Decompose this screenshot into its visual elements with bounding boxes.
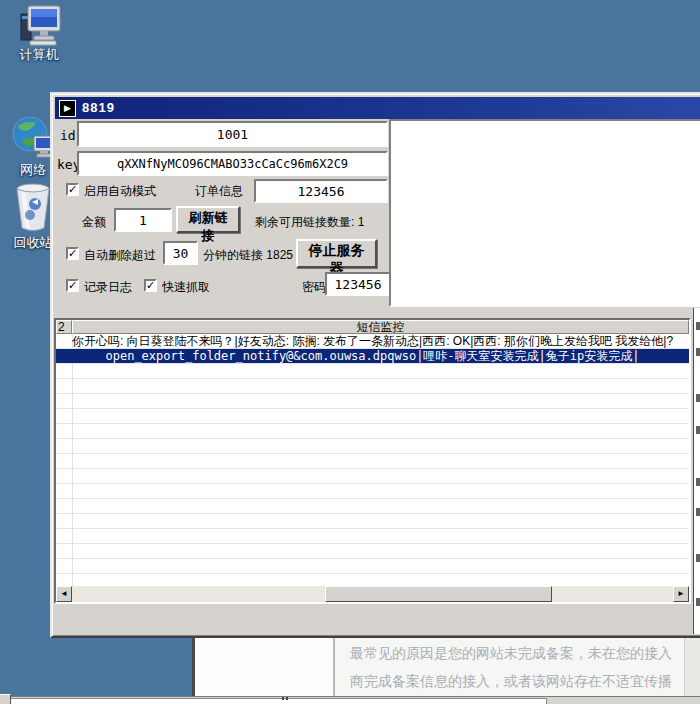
minutes-input[interactable] bbox=[163, 241, 198, 265]
listview-header-col1[interactable]: 2 bbox=[56, 320, 72, 334]
app-window: ▶ 8819 id key ✓ 启用自动模式 订单信息 金额 刷新链接 剩余可用… bbox=[50, 92, 700, 638]
amount-label: 金额 bbox=[82, 214, 106, 231]
id-label: id bbox=[60, 128, 76, 143]
background-page-content: 最常见的原因是您的网站未完成备案，未在您的接入 商完成备案信息的接入，或者该网站… bbox=[333, 634, 686, 696]
list-row[interactable]: 你开心吗: 向日葵登陆不来吗？|好友动态: 陈搁: 发布了一条新动态|西西: O… bbox=[56, 334, 689, 349]
titlebar[interactable]: ▶ 8819 bbox=[55, 97, 700, 119]
horizontal-scrollbar[interactable]: ◄ ► bbox=[56, 586, 689, 602]
page-scrollbar[interactable] bbox=[684, 634, 700, 696]
remaining-links-label: 剩余可用链接数量: 1 bbox=[255, 214, 364, 231]
bottom-window-field bbox=[10, 698, 547, 704]
window-title: 8819 bbox=[82, 97, 115, 119]
clipped-glyph-fragment bbox=[696, 322, 700, 330]
list-row-empty[interactable] bbox=[56, 469, 689, 484]
list-row-empty[interactable] bbox=[56, 484, 689, 499]
order-info-label: 订单信息 bbox=[195, 183, 243, 200]
clipped-window-edge bbox=[693, 308, 700, 634]
list-row-empty[interactable] bbox=[56, 514, 689, 529]
scrollbar-thumb[interactable] bbox=[325, 586, 552, 602]
page-text-line2: 商完成备案信息的接入，或者该网站存在不适宜传播 bbox=[350, 673, 672, 691]
computer-icon bbox=[18, 4, 62, 46]
list-row-empty[interactable] bbox=[56, 529, 689, 544]
key-input[interactable] bbox=[77, 151, 388, 176]
refresh-link-button[interactable]: 刷新链接 bbox=[176, 206, 240, 233]
amount-input[interactable] bbox=[114, 208, 172, 232]
order-info-input[interactable] bbox=[254, 179, 388, 203]
clipped-glyph-fragment bbox=[696, 598, 700, 606]
clipped-glyph-fragment bbox=[696, 394, 700, 402]
auto-mode-label: 启用自动模式 bbox=[84, 183, 156, 200]
desktop-icon-label: 计算机 bbox=[8, 46, 70, 64]
clipped-glyph-fragment bbox=[696, 348, 700, 356]
list-row-empty[interactable] bbox=[56, 394, 689, 409]
list-row-empty[interactable] bbox=[56, 439, 689, 454]
sms-monitor-listview[interactable]: 2 短信监控 你开心吗: 向日葵登陆不来吗？|好友动态: 陈搁: 发布了一条新动… bbox=[54, 318, 691, 604]
page-text-line1: 最常见的原因是您的网站未完成备案，未在您的接入 bbox=[350, 645, 672, 663]
clipped-glyph-fragment bbox=[696, 478, 700, 486]
listview-header: 2 短信监控 bbox=[56, 320, 689, 334]
password-input[interactable] bbox=[325, 272, 391, 296]
scroll-left-icon[interactable]: ◄ bbox=[56, 586, 72, 602]
clipped-glyph-fragment bbox=[696, 554, 700, 562]
bottom-left-corner-box bbox=[0, 694, 11, 704]
stop-server-button[interactable]: 停止服务器 bbox=[296, 239, 377, 268]
id-input[interactable] bbox=[77, 121, 388, 147]
output-panel[interactable] bbox=[389, 119, 700, 307]
scroll-right-icon[interactable]: ► bbox=[673, 586, 689, 602]
auto-mode-checkbox[interactable]: ✓ bbox=[66, 183, 79, 196]
auto-delete-label: 自动删除超过 bbox=[84, 247, 156, 264]
list-row-empty[interactable] bbox=[56, 424, 689, 439]
background-page-panel bbox=[192, 634, 336, 696]
clipped-glyph-fragment bbox=[696, 508, 700, 516]
list-row-empty[interactable] bbox=[56, 409, 689, 424]
quick-capture-checkbox[interactable]: ✓ bbox=[144, 279, 157, 292]
list-row-empty[interactable] bbox=[56, 379, 689, 394]
clipped-glyph-fragment bbox=[696, 426, 700, 434]
recycle-bin-icon bbox=[14, 182, 52, 232]
auto-delete-suffix-label: 分钟的链接 1825 bbox=[203, 247, 293, 264]
listview-header-col2[interactable]: 短信监控 bbox=[72, 320, 689, 334]
log-label: 记录日志 bbox=[84, 279, 132, 296]
app-icon: ▶ bbox=[59, 100, 76, 117]
list-row-empty[interactable] bbox=[56, 559, 689, 574]
desktop-icon-computer[interactable]: 计算机 bbox=[8, 4, 70, 60]
auto-delete-checkbox[interactable]: ✓ bbox=[66, 247, 79, 260]
bottom-dots bbox=[282, 697, 290, 700]
password-label: 密码 bbox=[302, 279, 326, 296]
list-row-empty[interactable] bbox=[56, 499, 689, 514]
list-row-empty[interactable] bbox=[56, 364, 689, 379]
listview-rows: 你开心吗: 向日葵登陆不来吗？|好友动态: 陈搁: 发布了一条新动态|西西: O… bbox=[56, 334, 689, 589]
list-row-empty[interactable] bbox=[56, 454, 689, 469]
log-checkbox[interactable]: ✓ bbox=[66, 279, 79, 292]
list-row[interactable]: open_export_folder_notify@&com.ouwsa.dpq… bbox=[56, 349, 689, 364]
quick-capture-label: 快速抓取 bbox=[162, 279, 210, 296]
list-row-empty[interactable] bbox=[56, 544, 689, 559]
